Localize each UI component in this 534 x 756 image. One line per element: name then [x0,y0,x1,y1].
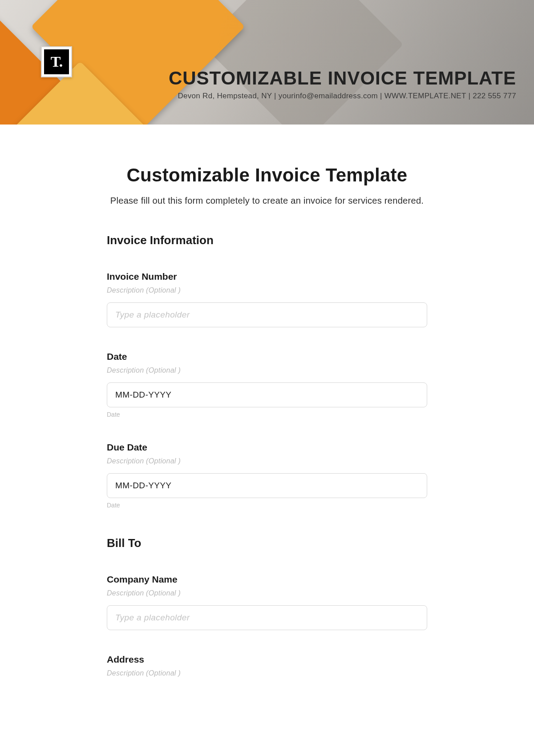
banner-text-block: CUSTOMIZABLE INVOICE TEMPLATE Devon Rd, … [169,68,516,101]
date-input[interactable] [107,382,427,407]
field-due-date: Due Date Description (Optional ) Date [107,442,427,509]
logo-text: T. [44,49,69,74]
field-company-name: Company Name Description (Optional ) [107,574,427,630]
due-date-hint: Date [107,502,427,509]
section-invoice-information: Invoice Information [107,233,427,247]
form-content: Customizable Invoice Template Please fil… [62,125,472,695]
address-desc: Description (Optional ) [107,669,427,677]
section-bill-to: Bill To [107,536,427,550]
page-subtitle: Please fill out this form completely to … [107,196,427,206]
field-invoice-number: Invoice Number Description (Optional ) [107,271,427,327]
company-name-desc: Description (Optional ) [107,589,427,597]
due-date-input[interactable] [107,473,427,498]
date-label: Date [107,351,427,362]
date-hint: Date [107,411,427,418]
logo: T. [41,46,72,77]
banner-title: CUSTOMIZABLE INVOICE TEMPLATE [169,68,516,89]
page-title: Customizable Invoice Template [107,165,427,186]
field-address: Address Description (Optional ) [107,654,427,677]
banner-subline: Devon Rd, Hempstead, NY | yourinfo@email… [169,92,516,101]
company-name-label: Company Name [107,574,427,585]
invoice-number-label: Invoice Number [107,271,427,282]
invoice-number-desc: Description (Optional ) [107,286,427,294]
due-date-label: Due Date [107,442,427,453]
invoice-number-input[interactable] [107,302,427,327]
company-name-input[interactable] [107,605,427,630]
due-date-desc: Description (Optional ) [107,457,427,465]
field-date: Date Description (Optional ) Date [107,351,427,418]
address-label: Address [107,654,427,665]
banner-overlay [0,0,534,125]
date-desc: Description (Optional ) [107,366,427,374]
header-banner: T. CUSTOMIZABLE INVOICE TEMPLATE Devon R… [0,0,534,125]
